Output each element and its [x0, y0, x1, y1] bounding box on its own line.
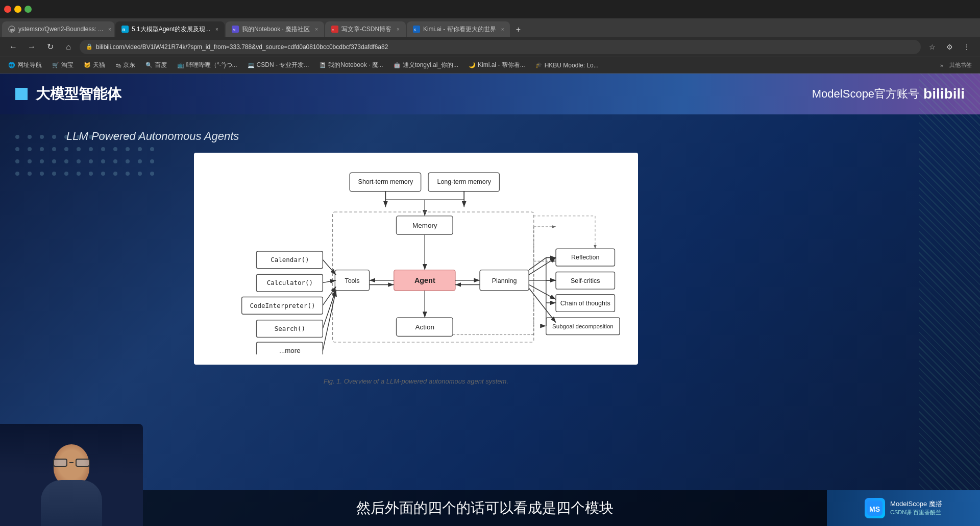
- nav-actions: ☆ ⚙ ⋮: [925, 40, 974, 54]
- back-button[interactable]: ←: [6, 40, 20, 54]
- svg-line-41: [323, 280, 336, 283]
- taobao-icon: 🛒: [52, 62, 59, 68]
- bookmark-hkbu[interactable]: 🎓 HKBU Moodle: Lo...: [531, 61, 603, 70]
- tab-2-label: 5.1大模型Agent的发展及现...: [132, 25, 210, 34]
- other-bookmarks-label[interactable]: 其他书签: [945, 61, 976, 69]
- bookmark-bilibili[interactable]: 📺 哔哩哔哩（°-°)つ...: [173, 60, 241, 70]
- calculator-label: Calculator(): [267, 279, 313, 286]
- bookmark-tongyi-label: 通义tongyi.ai_你的...: [403, 61, 458, 69]
- diagram-container: Short-term memory Long-term memory Memor…: [194, 153, 638, 365]
- bookmarks-bar: 🌐 网址导航 🛒 淘宝 🐱 天猫 🛍 京东 🔍 百度 📺 哔哩哔哩（°-°)つ.…: [0, 57, 980, 74]
- self-critics-label: Self-critics: [571, 277, 600, 284]
- watermark-text: ModelScope 魔搭 CSDN课 百里香酚兰: [890, 499, 942, 517]
- tab-2[interactable]: B 5.1大模型Agent的发展及现... ×: [115, 21, 225, 37]
- more-bookmarks[interactable]: »: [940, 62, 943, 68]
- extensions-button[interactable]: ⚙: [942, 40, 957, 54]
- brand-text: ModelScope官方账号: [812, 86, 919, 102]
- bookmark-tongyi[interactable]: 🤖 通义tongyi.ai_你的...: [389, 60, 462, 70]
- address-bar[interactable]: 🔒 bilibili.com/video/BV1iW421R74k/?spm_i…: [80, 40, 921, 54]
- home-button[interactable]: ⌂: [61, 40, 76, 54]
- reflection-label: Reflection: [571, 254, 600, 261]
- tab-2-close[interactable]: ×: [215, 27, 218, 32]
- bookmark-notebook[interactable]: 📓 我的Notebook · 魔...: [315, 60, 387, 70]
- main-content: 大模型智能体 ModelScope官方账号 bilibili LLM Power…: [0, 74, 980, 526]
- bookmark-baidu[interactable]: 🔍 百度: [141, 60, 171, 70]
- url-text: bilibili.com/video/BV1iW421R74k/?spm_id_…: [96, 43, 388, 51]
- bookmark-bilibili-label: 哔哩哔哩（°-°)つ...: [186, 61, 237, 69]
- tab-4-close[interactable]: ×: [397, 27, 400, 32]
- hkbu-icon: 🎓: [535, 62, 543, 68]
- more-label: ...more: [279, 347, 301, 354]
- svg-text:B: B: [122, 28, 126, 32]
- reload-button[interactable]: ↻: [43, 40, 57, 54]
- tab-1[interactable]: gh ystemsrx/Qwen2-Boundless: ... ×: [2, 21, 114, 37]
- close-button[interactable]: ×: [4, 6, 11, 13]
- bookmark-csdn[interactable]: 💻 CSDN - 专业开发...: [243, 60, 313, 70]
- tools-label: Tools: [345, 277, 359, 284]
- bookmark-nav[interactable]: 🌐 网址导航: [4, 60, 46, 70]
- short-term-memory-label: Short-term memory: [358, 178, 413, 185]
- svg-line-53: [529, 284, 556, 299]
- tab-5-close[interactable]: ×: [501, 27, 504, 32]
- planning-label: Planning: [492, 277, 517, 284]
- maximize-button[interactable]: □: [24, 6, 32, 13]
- long-term-memory-label: Long-term memory: [437, 178, 491, 185]
- slide-logo-square: [15, 88, 28, 100]
- bookmark-jd[interactable]: 🛍 京东: [111, 60, 139, 70]
- window-controls: × − □: [4, 6, 32, 13]
- svg-line-55: [529, 288, 556, 322]
- bookmark-kimi-label: Kimi.ai - 帮你看...: [478, 61, 525, 69]
- svg-text:MS: MS: [869, 505, 880, 513]
- svg-line-39: [323, 259, 336, 275]
- tab-5-label: Kimi.ai - 帮你看更大的世界: [423, 25, 496, 34]
- slide-header: 大模型智能体 ModelScope官方账号 bilibili: [0, 74, 980, 114]
- svg-text:C: C: [332, 28, 334, 32]
- jd-icon: 🛍: [115, 62, 121, 68]
- slide-title: 大模型智能体: [36, 84, 121, 104]
- lock-icon: 🔒: [86, 43, 93, 50]
- calendar-label: Calendar(): [271, 256, 309, 264]
- kimi-bm-icon: 🌙: [469, 62, 476, 68]
- tab-4[interactable]: C 写文章-CSDN博客 ×: [325, 21, 406, 37]
- bookmark-taobao[interactable]: 🛒 淘宝: [48, 60, 78, 70]
- tongyi-icon: 🤖: [394, 62, 401, 68]
- tab-3-label: 我的Notebook · 魔搭社区: [242, 25, 310, 34]
- watermark-line1: ModelScope 魔搭: [890, 499, 942, 509]
- baidu-icon: 🔍: [145, 62, 153, 68]
- subtitles: 然后外面的四个的话可以看成是四个模块: [143, 490, 827, 526]
- new-tab-button[interactable]: +: [511, 22, 525, 37]
- tab-1-close[interactable]: ×: [108, 27, 111, 32]
- speaker-area: [0, 424, 143, 526]
- browser-chrome: × − □ gh ystemsrx/Qwen2-Boundless: ... ×…: [0, 0, 980, 74]
- right-decoration: [919, 74, 980, 526]
- agent-label: Agent: [414, 276, 435, 284]
- svg-text:M: M: [233, 28, 236, 32]
- bookmark-tianmao-label: 天猫: [93, 61, 105, 69]
- bookmark-taobao-label: 淘宝: [61, 61, 74, 69]
- csdn-bm-icon: 💻: [248, 62, 255, 68]
- tianmao-icon: 🐱: [84, 62, 91, 68]
- kimi-tab-icon: K: [413, 26, 420, 33]
- bookmark-tianmao[interactable]: 🐱 天猫: [80, 60, 109, 70]
- menu-button[interactable]: ⋮: [960, 40, 974, 54]
- svg-line-47: [323, 291, 336, 350]
- slide-subtitle: LLM Powered Autonomous Agents: [66, 130, 239, 143]
- bookmark-kimi[interactable]: 🌙 Kimi.ai - 帮你看...: [464, 60, 529, 70]
- forward-button[interactable]: →: [24, 40, 39, 54]
- figure-caption: Fig. 1. Overview of a LLM-powered autono…: [194, 377, 638, 385]
- minimize-button[interactable]: −: [14, 6, 21, 13]
- tab-3-close[interactable]: ×: [315, 27, 318, 32]
- tab-5[interactable]: K Kimi.ai - 帮你看更大的世界 ×: [407, 21, 510, 37]
- bookmark-nav-label: 网址导航: [17, 61, 42, 69]
- tab-3[interactable]: M 我的Notebook · 魔搭社区 ×: [226, 21, 324, 37]
- codeinterpreter-label: CodeInterpreter(): [250, 302, 315, 309]
- nav-icon: 🌐: [8, 62, 15, 68]
- bilibili-tab-icon: B: [121, 26, 129, 33]
- tab-4-label: 写文章-CSDN博客: [341, 25, 391, 34]
- svg-text:K: K: [414, 28, 416, 32]
- bookmark-hkbu-label: HKBU Moodle: Lo...: [545, 62, 599, 69]
- star-button[interactable]: ☆: [925, 40, 939, 54]
- watermark-logo-icon: MS: [865, 498, 885, 518]
- nav-bar: ← → ↻ ⌂ 🔒 bilibili.com/video/BV1iW421R74…: [0, 37, 980, 57]
- title-bar: × − □: [0, 0, 980, 18]
